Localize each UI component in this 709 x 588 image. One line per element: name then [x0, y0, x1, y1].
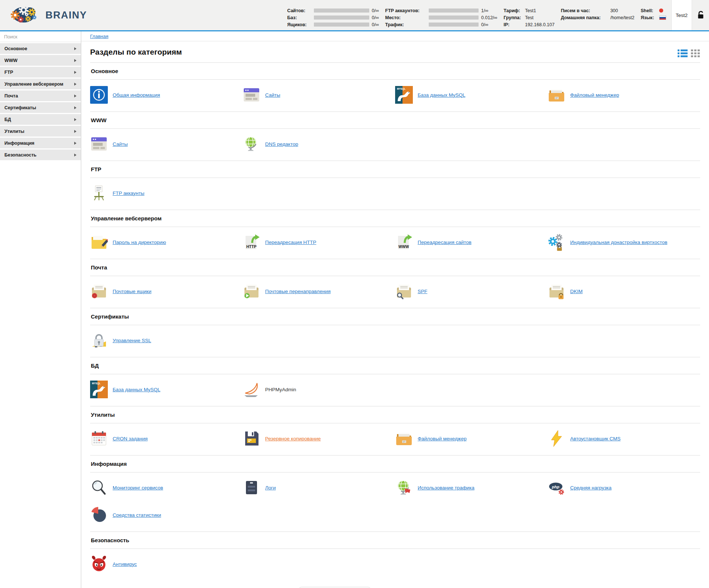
- mail-spf-icon: [395, 282, 413, 300]
- sidebar-item-бд[interactable]: БД: [0, 114, 81, 125]
- category-item-label[interactable]: DNS редактор: [265, 141, 298, 147]
- category-item-label[interactable]: SPF: [418, 289, 427, 294]
- category-item-label[interactable]: Резервное копирование: [265, 436, 321, 441]
- sidebar-item-утилиты[interactable]: Утилиты: [0, 126, 81, 137]
- category-item[interactable]: Использование трафика: [395, 479, 548, 496]
- grid-view-icon[interactable]: [691, 49, 700, 58]
- stat-value: 0/∞: [372, 22, 379, 27]
- category-item-label[interactable]: Использование трафика: [418, 485, 475, 491]
- category-item[interactable]: Управление SSL: [90, 331, 243, 349]
- category-item[interactable]: WWWПереадресация сайтов: [395, 233, 548, 251]
- category-item-label[interactable]: База данных MySQL: [113, 387, 160, 392]
- info-label: Домашняя папка:: [561, 15, 608, 20]
- sidebar-item-почта[interactable]: Почта: [0, 90, 81, 101]
- category-item[interactable]: Антивирус: [90, 555, 243, 573]
- category-item[interactable]: Индивидуальная донастройка виртхостов: [548, 233, 700, 251]
- sidebar-item-основное[interactable]: Основное: [0, 43, 81, 54]
- info-label: IP:: [504, 22, 523, 27]
- category-item[interactable]: DNS редактор: [243, 135, 395, 153]
- category-item[interactable]: Резервное копирование: [243, 430, 395, 447]
- sidebar-item-www[interactable]: WWW: [0, 55, 81, 66]
- category-item[interactable]: Логи: [243, 479, 395, 496]
- usage-stat-row: FTP аккаунтов:1/∞: [385, 7, 497, 14]
- sidebar-item-безопасность[interactable]: Безопасность: [0, 149, 81, 160]
- folder-icon: [548, 86, 565, 104]
- category-item-label[interactable]: Управление SSL: [113, 338, 151, 343]
- category-item-label[interactable]: Сайты: [265, 92, 280, 98]
- search-input[interactable]: [0, 31, 81, 42]
- category-item-label[interactable]: Мониторинг сервисов: [113, 485, 163, 491]
- lock-icon[interactable]: [692, 0, 709, 30]
- category-item-label[interactable]: Переадресация HTTP: [265, 240, 316, 245]
- usage-bar: [429, 23, 479, 27]
- sidebar-item-ftp[interactable]: FTP: [0, 67, 81, 78]
- cms-lightning-icon: [548, 430, 565, 447]
- header-account-summary: Сайтов:0/∞Баз:0/∞Ящиков:0/∞ FTP аккаунто…: [287, 2, 666, 28]
- info-label: Тариф:: [504, 8, 523, 13]
- category-item[interactable]: MYSQLБаза данных MySQL: [395, 86, 548, 104]
- ftp-accounts-icon: [90, 184, 108, 202]
- sidebar-item-label: WWW: [4, 58, 17, 63]
- category-item[interactable]: HTTPПереадресация HTTP: [243, 233, 395, 251]
- stat-value: 1/∞: [481, 8, 488, 13]
- section-items: Общая информацияСайтыMYSQLБаза данных My…: [90, 80, 700, 111]
- chevron-right-icon: [74, 59, 76, 62]
- category-item-label[interactable]: CRON задания: [113, 436, 148, 441]
- category-item-label[interactable]: FTP аккаунты: [113, 190, 144, 196]
- section-items: CRON заданияРезервное копированиеФайловы…: [90, 423, 700, 455]
- category-item-label[interactable]: Общая информация: [113, 92, 160, 98]
- category-item-label[interactable]: Автоустановщик CMS: [570, 436, 621, 441]
- chevron-right-icon: [74, 94, 76, 97]
- category-item-label[interactable]: Почтовые ящики: [113, 289, 151, 294]
- category-item[interactable]: Почтовые ящики: [90, 282, 243, 300]
- category-item[interactable]: CRON задания: [90, 430, 243, 447]
- category-item-label[interactable]: База данных MySQL: [418, 92, 465, 98]
- category-item[interactable]: DKIM: [548, 282, 700, 300]
- breadcrumb-home-link[interactable]: Главная: [90, 34, 108, 39]
- category-item-label[interactable]: Средняя нагрузка: [570, 485, 612, 491]
- content-area: Главная Разделы по категориям: [81, 31, 709, 588]
- list-view-icon[interactable]: [678, 49, 688, 58]
- sidebar-item-информация[interactable]: Информация: [0, 138, 81, 148]
- category-item[interactable]: MYSQLБаза данных MySQL: [90, 381, 243, 398]
- traffic-globe-icon: [395, 479, 413, 496]
- category-item[interactable]: Мониторинг сервисов: [90, 479, 243, 496]
- info-value: 300: [610, 8, 618, 13]
- mail-forward-icon: [243, 282, 260, 300]
- section-title: Сертификаты: [90, 308, 700, 325]
- category-item[interactable]: Сайты: [243, 86, 395, 104]
- category-item-label[interactable]: Переадресация сайтов: [418, 240, 472, 245]
- category-item-label[interactable]: Почтовые перенаправления: [265, 289, 330, 294]
- category-item-label[interactable]: Средства статистики: [113, 512, 161, 518]
- category-item-label[interactable]: Файловый менеджер: [570, 92, 619, 98]
- category-item-label[interactable]: Антивирус: [113, 561, 137, 567]
- category-section: БезопасностьАнтивирус: [90, 532, 700, 581]
- category-item[interactable]: FTP аккаунты: [90, 184, 243, 202]
- category-item[interactable]: Общая информация: [90, 86, 243, 104]
- stat-value: 0/∞: [372, 8, 379, 13]
- sidebar-item-управление-вебсервером[interactable]: Управление вебсервером: [0, 79, 81, 89]
- category-item[interactable]: Файловый менеджер: [548, 86, 700, 104]
- shell-row: Shell:: [641, 7, 666, 14]
- category-item[interactable]: Файловый менеджер: [395, 430, 548, 447]
- user-menu-button[interactable]: Test2: [671, 0, 692, 30]
- usage-bar: [314, 23, 369, 27]
- category-item-label[interactable]: Индивидуальная донастройка виртхостов: [570, 240, 667, 245]
- category-item[interactable]: Сайты: [90, 135, 243, 153]
- category-item[interactable]: SPF: [395, 282, 548, 300]
- category-item[interactable]: Автоустановщик CMS: [548, 430, 700, 447]
- category-item-label[interactable]: PHPMyAdmin: [265, 387, 296, 392]
- category-item[interactable]: PHPMyAdmin: [243, 381, 395, 398]
- browser-icon: [90, 135, 108, 153]
- sidebar-item-сертификаты[interactable]: Сертификаты: [0, 102, 81, 113]
- category-item-label[interactable]: Пароль на директорию: [113, 240, 166, 245]
- mail-info: Писем в час:300Домашняя папка:/home/test…: [561, 7, 634, 21]
- category-item-label[interactable]: Файловый менеджер: [418, 436, 466, 441]
- category-item[interactable]: Почтовые перенаправления: [243, 282, 395, 300]
- category-item[interactable]: Пароль на директорию: [90, 233, 243, 251]
- category-item[interactable]: phpСредняя нагрузка: [548, 479, 700, 496]
- category-item[interactable]: Средства статистики: [90, 506, 243, 524]
- category-item-label[interactable]: DKIM: [570, 289, 583, 294]
- category-item-label[interactable]: Логи: [265, 485, 276, 491]
- category-item-label[interactable]: Сайты: [113, 141, 128, 147]
